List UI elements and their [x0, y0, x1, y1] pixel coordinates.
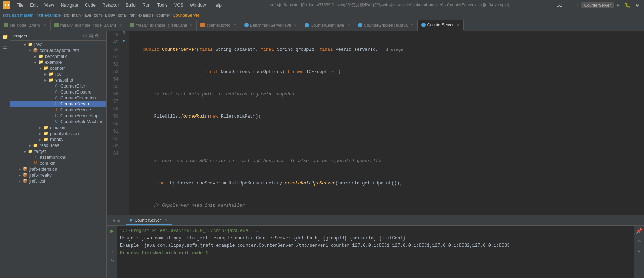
breadcrumb-root[interactable]: sofa-jraft-master — [3, 13, 33, 17]
breadcrumb-main[interactable]: main — [72, 13, 81, 17]
tab-yaml2[interactable]: rheakv_example_node_3.yaml ✕ — [51, 20, 126, 31]
tree-item-jraft-rheakv[interactable]: ▸ 📦 jraft-rheakv — [10, 172, 106, 178]
project-icon[interactable]: 📁 — [1, 33, 9, 41]
close-run-btn[interactable]: ✕ — [637, 247, 641, 255]
tree-item-CounterStateMachine[interactable]: C CounterStateMachine — [10, 119, 106, 125]
search-everywhere[interactable]: CounterServer — [581, 2, 614, 8]
scroll-up-btn[interactable]: ↑ — [110, 237, 114, 245]
tree-item-assembly[interactable]: X assembly.xml — [10, 154, 106, 160]
breadcrumb-jraft[interactable]: jraft — [129, 13, 135, 17]
tree-item-snapshot[interactable]: ▸ 📁 snapshot — [10, 77, 106, 83]
sidebar-collapse-btn[interactable]: ▤ — [89, 33, 93, 39]
menu-refactor[interactable]: Refactor — [99, 2, 122, 9]
breadcrumb-alipay[interactable]: alipay — [104, 13, 115, 17]
run-btn[interactable]: ▶ — [110, 227, 114, 235]
tab-close-java1[interactable]: ✕ — [294, 23, 297, 27]
vcs-button[interactable]: ⎇ — [554, 1, 564, 9]
menu-navigate[interactable]: Navigate — [58, 2, 81, 9]
menu-run[interactable]: Run — [139, 2, 153, 9]
breadcrumb-src[interactable]: src — [64, 13, 69, 17]
menu-window[interactable]: Window — [187, 2, 209, 9]
structure-icon[interactable]: ☰ — [1, 43, 9, 51]
code-line-54: final RpcServer rpcServer = RaftRpcServe… — [133, 180, 640, 187]
tab-close-java3[interactable]: ✕ — [411, 23, 414, 27]
tab-proto[interactable]: counter.proto ✕ — [197, 20, 240, 31]
tab-close-yaml2[interactable]: ✕ — [119, 23, 122, 27]
tab-java1[interactable]: BenchmarkServer.java ✕ — [240, 20, 301, 31]
line-num-48: 48 — [110, 31, 119, 39]
sidebar-sync-btn[interactable]: ⊕ — [83, 33, 87, 39]
debug-button[interactable]: 🐛 — [623, 1, 633, 9]
menu-tools[interactable]: Tools — [154, 2, 170, 9]
tab-close-java2[interactable]: ✕ — [347, 23, 350, 27]
breadcrumb-example[interactable]: example — [138, 13, 154, 17]
tree-label-com: com.alipay.sofa.jraft — [40, 48, 79, 53]
tab-java4[interactable]: CounterServer ✕ — [418, 20, 464, 31]
pin-btn[interactable]: 📌 — [635, 227, 643, 235]
tree-item-benchmark[interactable]: ▸ 📁 benchmark — [10, 53, 106, 59]
tree-label-CounterStateMachine: CounterStateMachine — [60, 119, 103, 124]
forward-button[interactable]: → — [573, 1, 581, 9]
sidebar-settings-btn[interactable]: ⚙ — [94, 33, 99, 39]
tree-item-example[interactable]: ▾ 📁 example — [10, 59, 106, 65]
code-editor[interactable]: 48 49 50 51 52 53 54 55 56 57 58 59 60 6… — [107, 31, 644, 215]
run-button[interactable]: ▶ — [614, 1, 622, 9]
tree-item-CounterServer[interactable]: C CounterServer — [10, 101, 106, 107]
console-output[interactable]: "C:\Program Files\Java\jdk1.8.0_152\bin\… — [117, 226, 634, 278]
tree-item-pom[interactable]: M pom.xml — [10, 160, 106, 166]
tree-item-CounterService[interactable]: I CounterService — [10, 107, 106, 113]
menu-file[interactable]: File — [13, 2, 26, 9]
settings-button[interactable]: ⚙ — [634, 1, 641, 9]
menu-edit[interactable]: Edit — [27, 2, 41, 9]
tab-java2[interactable]: CounterClient.java ✕ — [301, 20, 354, 31]
folder-icon-priorityelection: 📁 — [43, 131, 49, 136]
menu-help[interactable]: Help — [209, 2, 225, 9]
scroll-down-btn[interactable]: ↓ — [110, 247, 114, 254]
sidebar-close-btn[interactable]: − — [100, 33, 103, 39]
menu-build[interactable]: Build — [123, 2, 139, 9]
tree-item-jraft-test[interactable]: ▸ 📦 jraft-test — [10, 178, 106, 184]
code-line-52 — [133, 135, 640, 143]
tab-yaml3[interactable]: rheakv_example_client.yaml ✕ — [126, 20, 197, 31]
tree-item-CounterOperation[interactable]: C CounterOperation — [10, 95, 106, 101]
breadcrumb-com[interactable]: com — [94, 13, 102, 17]
tab-close-yaml1[interactable]: ✕ — [44, 23, 47, 27]
tree-item-election[interactable]: ▸ 📁 election — [10, 125, 106, 131]
bottom-tab-close[interactable]: ✕ — [164, 218, 167, 222]
tab-close-yaml3[interactable]: ✕ — [190, 23, 193, 27]
tree-item-com[interactable]: ▾ 📦 com.alipay.sofa.jraft — [10, 48, 106, 53]
editor-container: 48 49 50 51 52 53 54 55 56 57 58 59 60 6… — [107, 31, 644, 278]
tree-item-jraft-extension[interactable]: ▸ 📦 jraft-extension — [10, 166, 106, 172]
wrap-btn[interactable]: ⤿ — [109, 256, 115, 264]
breadcrumb-sofa[interactable]: sofa — [118, 13, 126, 17]
tree-item-resources[interactable]: ▸ 📁 resources — [10, 143, 106, 148]
tree-item-CounterClient[interactable]: C CounterClient — [10, 83, 106, 89]
breadcrumb-module[interactable]: jraft-example — [36, 13, 61, 17]
menu-view[interactable]: View — [42, 2, 57, 9]
tree-item-priorityelection[interactable]: ▸ 📁 priorityelection — [10, 131, 106, 137]
tree-item-rpc[interactable]: ▸ 📁 rpc — [10, 71, 106, 77]
tree-item-java[interactable]: ▾ 📁 java — [10, 42, 106, 48]
back-button[interactable]: ← — [565, 1, 572, 9]
tree-item-target[interactable]: ▸ 📁 target — [10, 148, 106, 154]
breadcrumb-file[interactable]: CounterServer — [173, 13, 200, 17]
tab-yaml1[interactable]: ole_node_2.yaml ✕ — [0, 20, 51, 31]
tree-item-counter[interactable]: ▾ 📁 counter — [10, 65, 106, 71]
breadcrumb-java[interactable]: java — [84, 13, 91, 17]
window-title: sofa-jraft-master [C:\Users\77339\Deskto… — [225, 2, 554, 8]
breadcrumb-counter[interactable]: counter — [156, 13, 170, 17]
tab-close-proto[interactable]: ✕ — [233, 23, 236, 27]
left-toolbar: 📁 ☰ — [0, 31, 10, 278]
menu-vcs[interactable]: VCS — [171, 2, 186, 9]
bottom-tab-counterserver[interactable]: ▶ CounterServer ✕ — [126, 216, 172, 225]
tree-item-CounterClosure[interactable]: C CounterClosure — [10, 89, 106, 95]
filter-btn[interactable]: ≡ — [110, 266, 114, 274]
tab-close-java4[interactable]: ✕ — [457, 23, 459, 27]
settings-run-btn[interactable]: ⚙ — [637, 237, 641, 245]
tree-label-benchmark: benchmark — [45, 54, 67, 59]
tab-java3[interactable]: CounterGrpcHelper.java ✕ — [354, 20, 418, 31]
code-content[interactable]: public CounterServer(final String dataPa… — [129, 31, 644, 215]
tree-item-rheakv[interactable]: ▸ 📁 rheakv — [10, 137, 106, 143]
menu-code[interactable]: Code — [82, 2, 99, 9]
tree-item-CounterServiceImpl[interactable]: C CounterServiceImpl — [10, 113, 106, 119]
